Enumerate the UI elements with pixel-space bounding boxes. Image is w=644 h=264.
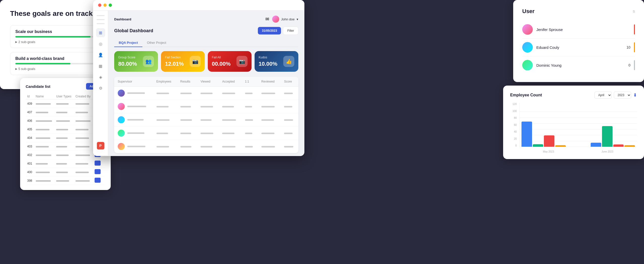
th-score: Score (280, 77, 298, 87)
user-avatar (272, 16, 279, 23)
user-name-label: John doe (281, 17, 295, 21)
data-table: Supervisor Employees Results Viewed Acce… (114, 77, 298, 153)
chart-title: Employee Count (510, 93, 542, 97)
sidebar-icon-chart[interactable]: ◈ (96, 72, 105, 82)
sidebar-icon-table[interactable]: ▦ (96, 61, 105, 70)
main-content: Dashboard ✉ John doe ▾ Global Dashboard … (108, 11, 304, 156)
table-row: 398 (26, 176, 105, 185)
table-row (114, 140, 298, 153)
bar-june-green (602, 126, 613, 147)
user-item-eduard: Eduard Couly 10 (522, 39, 635, 56)
user-score-dominic: 0 (628, 63, 630, 67)
user-indicator-eduard (634, 42, 635, 52)
goal-name-2: Build a world-class brand (15, 56, 64, 61)
traffic-light-green[interactable] (109, 4, 112, 7)
fail-section-label: Fail Section (165, 56, 184, 59)
table-row (114, 127, 298, 140)
dashboard-title-row: Global Dashboard 31/05/2023 Filter (114, 27, 298, 35)
table-row (114, 87, 298, 100)
tabs-row: BQA Project Other Project (114, 39, 298, 47)
user-name-jenifer: Jenifer Sprouse (536, 27, 627, 32)
download-icon[interactable]: ⬇ (633, 92, 637, 98)
fail-all-value: 00.00% (212, 61, 231, 67)
notification-icon[interactable]: ✉ (265, 16, 269, 22)
sidebar-spacer (97, 19, 105, 20)
table-row: 400 (26, 168, 105, 176)
group-score-label: Group Score (118, 56, 137, 59)
tab-bqa-project[interactable]: BQA Project (114, 39, 142, 47)
y-label-20: 20 (514, 137, 517, 140)
y-label-0: 0 (515, 144, 517, 147)
bar-june-red (613, 144, 624, 147)
kudos-icon: 👍 (283, 56, 294, 67)
user-list-card: User S Jenifer Sprouse Eduard Couly 10 D… (513, 0, 644, 82)
th-employees: Employees (153, 77, 177, 87)
date-filter-row: 31/05/2023 Filter (258, 27, 298, 35)
goal-progress-fill-2 (15, 63, 70, 64)
score-card-fail-all: Fail All 00.00% 📷 (208, 51, 252, 72)
avatar-eduard (522, 42, 533, 53)
user-score-eduard: 10 (626, 45, 630, 49)
th-reviewed: Reviewed (258, 77, 280, 87)
user-score-col-header: S (633, 10, 635, 13)
filter-button[interactable]: Filter (283, 27, 298, 35)
user-name-dominic: Dominic Young (536, 63, 625, 67)
chart-controls: April May June 2023 2022 ⬇ (594, 92, 637, 99)
th-supervisor: Supervisor (114, 77, 153, 87)
col-name: Name (34, 94, 55, 99)
tab-other-project[interactable]: Other Project (142, 39, 171, 47)
dashboard-title: Global Dashboard (114, 28, 153, 33)
col-id: Id (26, 94, 34, 99)
chart-bars (519, 103, 637, 147)
traffic-light-yellow[interactable] (103, 4, 107, 7)
employee-chart-card: Employee Count April May June 2023 2022 … (503, 86, 644, 159)
score-card-group: Group Score 80.00% 👥 (114, 51, 158, 72)
data-table-container: Supervisor Employees Results Viewed Acce… (114, 77, 298, 153)
user-indicator-dominic (634, 60, 635, 70)
user-list-title: User (522, 8, 535, 15)
y-label-120: 120 (512, 103, 517, 105)
table-row (114, 113, 298, 127)
col-user-types: User Types (55, 94, 74, 99)
bar-group-may (521, 122, 566, 147)
year-select[interactable]: 2023 2022 (614, 92, 631, 99)
sidebar-icon-settings[interactable]: ⚙ (96, 84, 105, 93)
col-created-by: Created By (74, 94, 93, 99)
date-button[interactable]: 31/05/2023 (258, 27, 281, 34)
user-item-jenifer: Jenifer Sprouse (522, 21, 635, 39)
score-card-fail-section: Fail Section 12.01% 📷 (161, 51, 205, 72)
bar-group-june (591, 126, 635, 147)
content-nav-title: Dashboard (114, 17, 131, 21)
user-name-eduard: Eduard Couly (536, 45, 623, 50)
y-label-80: 80 (514, 117, 517, 119)
chart-y-axis: 120 100 80 60 40 20 0 (510, 103, 518, 147)
x-label-may: May 2023 (543, 150, 554, 153)
table-row (114, 100, 298, 113)
bar-may-orange (555, 145, 566, 147)
user-list-header: User S (522, 8, 635, 15)
user-chip[interactable]: John doe ▾ (272, 16, 299, 23)
sidebar-icon-grid[interactable]: ⊞ (96, 28, 105, 37)
x-label-june: June 2023 (601, 150, 613, 153)
month-select[interactable]: April May June (594, 92, 612, 99)
goal-progress-fill-1 (15, 36, 91, 37)
sidebar-icon-user[interactable]: 👤 (96, 50, 105, 59)
th-viewed: Viewed (197, 77, 219, 87)
score-cards: Group Score 80.00% 👥 Fail Section 12.01%… (114, 51, 298, 72)
fail-section-icon: 📷 (190, 56, 201, 67)
y-label-60: 60 (514, 124, 517, 126)
kudos-value: 10.00% (259, 61, 277, 67)
sidebar-logo: P (97, 142, 104, 149)
sidebar-icon-circle[interactable]: ◎ (96, 39, 105, 48)
chart-x-labels: May 2023 June 2023 (519, 150, 637, 153)
bar-may-green (533, 144, 543, 147)
sidebar: ⊞ ◎ 👤 ▦ ◈ ⚙ P (93, 11, 108, 156)
fail-all-icon: 📷 (236, 56, 248, 67)
user-item-dominic: Dominic Young 0 (522, 56, 635, 74)
sidebar-spacer (97, 15, 105, 16)
group-score-icon: 👥 (143, 56, 154, 67)
bar-june-orange (624, 145, 635, 147)
traffic-light-red[interactable] (98, 4, 101, 7)
y-label-100: 100 (512, 110, 517, 112)
chart-header: Employee Count April May June 2023 2022 … (510, 92, 637, 99)
